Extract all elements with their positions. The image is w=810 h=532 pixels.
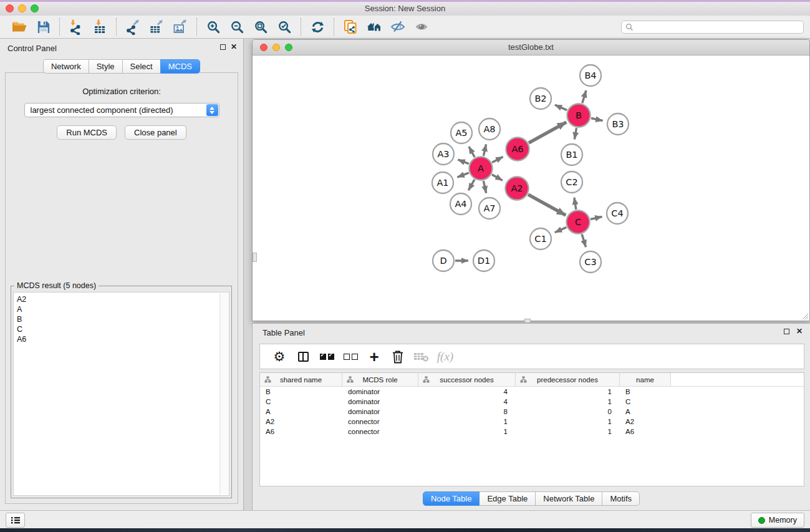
- import-table-button[interactable]: [88, 17, 112, 36]
- plus-icon: +: [369, 350, 378, 364]
- export-image-button[interactable]: [168, 17, 192, 36]
- delete-table-button[interactable]: [410, 347, 433, 366]
- hide-graphics-details-button[interactable]: [386, 17, 410, 36]
- memory-button[interactable]: Memory: [751, 513, 804, 528]
- mcds-result-list[interactable]: A2ABCA6: [13, 292, 229, 496]
- graph-edge-B-B2[interactable]: [555, 105, 567, 110]
- table-row[interactable]: Cdominator41C: [260, 397, 804, 407]
- show-graphics-details-button[interactable]: [410, 17, 433, 36]
- scrollbar[interactable]: [219, 293, 228, 495]
- float-panel-icon[interactable]: [220, 44, 226, 50]
- graph-edge-C-C1[interactable]: [555, 227, 567, 232]
- documents-network-icon: [342, 19, 359, 35]
- tab-node-table[interactable]: Node Table: [423, 491, 480, 506]
- search-input[interactable]: [636, 22, 803, 33]
- import-network-button[interactable]: [64, 17, 88, 36]
- main-toolbar: [0, 16, 810, 39]
- tab-edge-table[interactable]: Edge Table: [479, 491, 536, 506]
- resize-grip-icon[interactable]: [801, 312, 809, 320]
- import-table-icon: [92, 19, 108, 35]
- close-panel-button[interactable]: Close panel: [125, 125, 186, 140]
- open-session-button[interactable]: [7, 17, 31, 36]
- unselect-all-columns-button[interactable]: [339, 347, 362, 366]
- search-field[interactable]: [621, 21, 804, 34]
- graph-edge-A-A5[interactable]: [469, 147, 475, 157]
- show-columns-button[interactable]: [291, 347, 315, 366]
- tree-icon: [423, 376, 430, 383]
- column-header-MCDS-role[interactable]: MCDS role: [342, 373, 418, 386]
- network-canvas[interactable]: AA1A2A3A4A5A6A7A8BB1B2B3B4CC1C2C3C4DD1: [253, 56, 809, 321]
- column-header-predecessor-nodes[interactable]: predecessor nodes: [516, 373, 620, 386]
- close-panel-icon[interactable]: ✕: [796, 327, 803, 336]
- control-panel-tabs: NetworkStyleSelectMCDS: [0, 59, 243, 74]
- save-session-button[interactable]: [31, 17, 55, 36]
- import-network-icon: [68, 19, 84, 35]
- tab-style[interactable]: Style: [89, 59, 123, 74]
- mcds-result-item[interactable]: B: [17, 314, 229, 324]
- graph-edge-A-A6[interactable]: [492, 157, 503, 162]
- table-row[interactable]: Bdominator41B: [260, 387, 804, 397]
- task-history-button[interactable]: [6, 513, 25, 528]
- export-network-button[interactable]: [121, 17, 145, 36]
- toolbar-separator: [196, 18, 197, 36]
- close-panel-icon[interactable]: ✕: [231, 42, 237, 51]
- new-network-from-selection-button[interactable]: [339, 17, 362, 36]
- graph-edge-A-A7[interactable]: [483, 181, 486, 193]
- table-settings-button[interactable]: ⚙: [268, 347, 291, 366]
- zoom-selected-button[interactable]: [272, 17, 296, 36]
- table-cell: A: [620, 408, 671, 415]
- horizontal-splitter-grip[interactable]: [524, 319, 531, 323]
- houses-icon: [366, 19, 383, 35]
- column-header-name[interactable]: name: [620, 373, 671, 386]
- select-all-columns-button[interactable]: [315, 347, 339, 366]
- graph-edge-C-C2[interactable]: [574, 198, 576, 210]
- panel-divider-grip[interactable]: [253, 253, 257, 262]
- graph-edge-A-A3[interactable]: [458, 160, 469, 164]
- zoom-in-button[interactable]: [201, 17, 225, 36]
- graph-edge-A-A1[interactable]: [457, 173, 468, 177]
- graph-edge-B-B3[interactable]: [591, 118, 603, 120]
- column-header-successor-nodes[interactable]: successor nodes: [418, 373, 516, 386]
- mcds-result-item[interactable]: C: [17, 324, 229, 334]
- export-table-button[interactable]: [145, 17, 168, 36]
- zoom-fit-button[interactable]: [249, 17, 272, 36]
- table-row[interactable]: A2connector11A2: [260, 417, 804, 427]
- graph-edge-B-B4[interactable]: [582, 90, 586, 103]
- mcds-result-item[interactable]: A6: [17, 334, 229, 344]
- graph-edge-A2-C[interactable]: [528, 195, 566, 215]
- table-cell: 1: [418, 418, 516, 425]
- refresh-button[interactable]: [306, 17, 329, 36]
- columns-icon: [298, 352, 309, 362]
- tab-select[interactable]: Select: [122, 59, 161, 74]
- function-builder-button[interactable]: f(x): [433, 347, 457, 366]
- graph-edge-C-C3[interactable]: [582, 235, 586, 248]
- tab-mcds[interactable]: MCDS: [160, 59, 200, 74]
- zoom-out-button[interactable]: [225, 17, 249, 36]
- add-column-button[interactable]: +: [362, 347, 386, 366]
- graph-edge-C-C4[interactable]: [591, 216, 602, 219]
- graph-edge-B-B1[interactable]: [574, 128, 576, 139]
- table-cell: A2: [620, 418, 671, 425]
- first-neighbors-button[interactable]: [362, 17, 386, 36]
- mcds-result-item[interactable]: A: [17, 304, 229, 314]
- graph-edge-A-A4[interactable]: [468, 180, 475, 190]
- graph-edge-A6-B[interactable]: [529, 122, 566, 143]
- table-cell: 1: [516, 388, 620, 395]
- network-window-titlebar[interactable]: testGlobe.txt: [253, 40, 809, 56]
- table-row[interactable]: A6connector11A6: [260, 427, 804, 437]
- run-mcds-button[interactable]: Run MCDS: [57, 125, 117, 140]
- table-row[interactable]: Adominator80A: [260, 407, 804, 417]
- tab-network[interactable]: Network: [43, 59, 89, 74]
- delete-column-button[interactable]: [386, 347, 410, 366]
- criterion-select[interactable]: largest connected component (directed): [24, 103, 219, 117]
- graph-edge-A-A8[interactable]: [483, 144, 486, 156]
- graph-edge-A-A2[interactable]: [492, 175, 503, 180]
- export-image-icon: [172, 19, 188, 35]
- tree-icon: [520, 376, 527, 383]
- tab-network-table[interactable]: Network Table: [535, 491, 602, 506]
- float-panel-icon[interactable]: [784, 329, 789, 334]
- mcds-result-item[interactable]: A2: [17, 294, 229, 304]
- column-header-shared-name[interactable]: shared name: [260, 373, 342, 386]
- tab-motifs[interactable]: Motifs: [602, 491, 640, 506]
- export-network-icon: [125, 19, 141, 35]
